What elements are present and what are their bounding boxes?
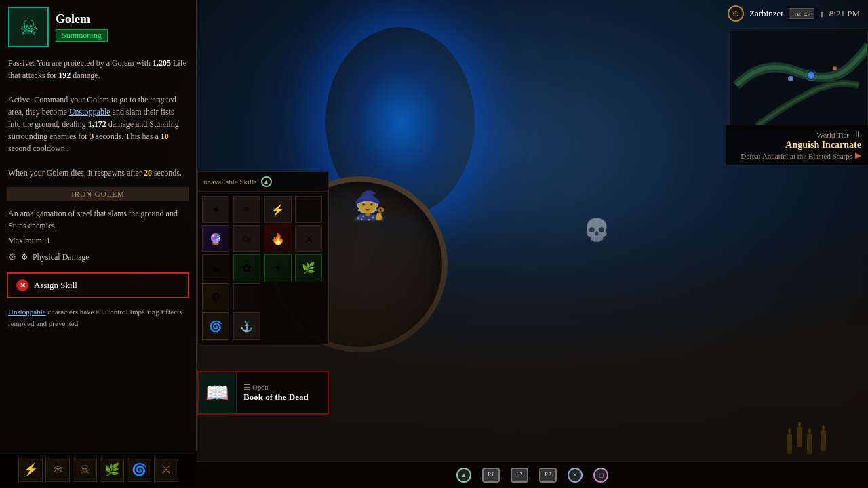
r1-shape: R1 (482, 468, 500, 483)
unavailable-skills-label: unavailable Skills (203, 178, 257, 186)
battery-icon: ▮ (820, 9, 824, 18)
passive-dmg-val: 192 (58, 70, 71, 80)
physical-damage-icon: ⚙ (21, 252, 28, 262)
quest-arrow-icon: ▶ (855, 150, 861, 161)
skill-cell-4[interactable] (295, 196, 322, 223)
open-label: ☰ Open (243, 383, 321, 392)
skill-cell-3[interactable]: ⚡ (264, 196, 292, 223)
skill-cell-11[interactable]: ✦ (264, 254, 292, 281)
open-icon-prefix: ☰ (243, 383, 250, 392)
world-tier-text: World Tier (816, 131, 849, 139)
skill-cell-13[interactable]: ⚙ (202, 283, 229, 310)
physical-damage-line: ⚙ Physical Damage (0, 247, 196, 267)
square-shape: ◻ (593, 468, 608, 483)
bottom-skill-5[interactable]: 🌀 (127, 458, 151, 482)
active-dmg-val: 1,172 (88, 119, 106, 129)
x-icon: ✕ (16, 279, 28, 291)
skill-cell-6[interactable]: ≋ (233, 225, 260, 252)
skill-title-area: Golem Summoning (56, 12, 188, 42)
max-label: Maximum: (8, 236, 46, 245)
skill-cell-15[interactable]: 🌀 (202, 312, 229, 340)
player-name: Zarbinzet (749, 8, 783, 19)
skill-cell-8[interactable]: ⚔ (295, 225, 322, 252)
bottom-skill-6[interactable]: ⚔ (154, 458, 178, 482)
skill-cell-12[interactable]: 🌿 (295, 254, 322, 281)
assign-skill-button[interactable]: ✕ Assign Skill (7, 272, 189, 298)
iron-golem-divider: IRON GOLEM (7, 187, 189, 201)
skill-icon (8, 7, 49, 47)
skill-active-description: Active: Command your Golem to go to the … (0, 89, 196, 159)
hud-top-right: ⊕ Zarbinzet Lv. 42 ▮ 8:21 PM (719, 0, 868, 27)
unavailable-skills-panel: unavailable Skills ▲ ✦ ≈ ⚡ 🔮 ≋ 🔥 ⚔ ☯ ✿ ✦… (197, 171, 329, 344)
quest-title: Anguish Incarnate (733, 140, 861, 150)
triangle-shape: ▲ (456, 468, 471, 483)
bottom-skill-2[interactable]: ❄ (45, 458, 70, 482)
active-text-5: second cooldown . (8, 144, 69, 153)
book-of-dead-panel[interactable]: 📖 ☰ Open Book of the Dead (197, 371, 329, 415)
skill-name: Golem (56, 12, 188, 26)
world-tier-quest-panel: World Tier ⏸ Anguish Incarnate Defeat An… (726, 125, 868, 165)
skill-header: Golem Summoning (0, 0, 196, 53)
quest-subtitle: Defeat Andariel at the Blasted Scarps ▶ (733, 150, 861, 161)
svg-point-3 (788, 76, 793, 81)
cross-controller: ✕ (568, 468, 583, 483)
skill-cell-16[interactable]: ⚓ (233, 312, 260, 340)
minimap-content (730, 31, 867, 125)
respawn-text-1: When your Golem dies, it respawns after (8, 168, 144, 178)
cross-shape: ✕ (568, 468, 583, 483)
svg-point-4 (833, 66, 837, 70)
physical-damage-label: Physical Damage (33, 252, 90, 262)
skill-tag: Summoning (56, 29, 108, 42)
skills-grid: ✦ ≈ ⚡ 🔮 ≋ 🔥 ⚔ ☯ ✿ ✦ 🌿 ⚙ 🌀 ⚓ (198, 192, 328, 344)
r2-shape: R2 (539, 468, 557, 483)
l2-shape: L2 (511, 468, 528, 483)
skill-cell-7[interactable]: 🔥 (264, 225, 292, 252)
minimap-svg (730, 31, 867, 125)
r2-controller: R2 (539, 468, 557, 483)
skill-cell-1[interactable]: ✦ (202, 196, 229, 223)
book-icon-symbol: 📖 (205, 382, 229, 404)
skill-cell-10[interactable]: ✿ (233, 254, 260, 281)
assign-skill-label: Assign Skill (34, 280, 77, 291)
l2-controller: L2 (511, 468, 528, 483)
skill-cell-5[interactable]: 🔮 (202, 225, 229, 252)
bottom-skill-3[interactable]: ☠ (73, 458, 97, 482)
iron-golem-label: IRON GOLEM (71, 190, 125, 198)
skill-cell-14[interactable] (233, 283, 260, 310)
current-time: 8:21 PM (829, 8, 860, 19)
skill-cell-9[interactable]: ☯ (202, 254, 229, 281)
skill-cell-2[interactable]: ≈ (233, 196, 260, 223)
unstoppable-link: Unstoppable (8, 308, 46, 316)
r1-controller: R1 (482, 468, 500, 483)
controller-bar: ▲ R1 L2 R2 ✕ ◻ (197, 461, 868, 488)
triangle-controller: ▲ (456, 468, 471, 483)
active-cooldown-val: 10 (161, 131, 169, 141)
minimap (729, 30, 868, 125)
respawn-text-2: seconds. (152, 168, 182, 178)
compass-icon: ⊕ (728, 5, 744, 22)
max-val: 1 (46, 236, 50, 245)
world-tier-label: World Tier ⏸ (733, 129, 861, 140)
triangle-controller-icon: ▲ (261, 176, 272, 187)
passive-text-start: Passive: You are protected by a Golem wi… (8, 58, 153, 68)
passive-life-val: 1,205 (153, 58, 171, 68)
book-panel-text: ☰ Open Book of the Dead (237, 383, 328, 403)
unstoppable-note: Unstoppable characters have all Control … (0, 304, 196, 331)
book-panel-icon: 📖 (199, 372, 237, 413)
active-unstoppable-link: Unstoppable (69, 107, 111, 117)
bottom-skills-bar: ⚡ ❄ ☠ 🌿 🌀 ⚔ (0, 451, 197, 488)
passive-text-end: damage. (71, 70, 100, 80)
quest-objective-text: Defeat Andariel at the Blasted Scarps (741, 152, 852, 160)
pause-icon: ⏸ (853, 129, 861, 140)
skill-info-panel: Golem Summoning Passive: You are protect… (0, 0, 197, 488)
iron-golem-description: An amalgamation of steel that slams the … (0, 205, 196, 235)
skill-passive-description: Passive: You are protected by a Golem wi… (0, 53, 196, 85)
maximum-line: Maximum: 1 (0, 235, 196, 247)
bottom-skill-1[interactable]: ⚡ (18, 458, 43, 482)
square-controller: ◻ (593, 468, 608, 483)
respawn-time-val: 20 (144, 168, 152, 178)
skill-respawn-description: When your Golem dies, it respawns after … (0, 163, 196, 183)
book-name: Book of the Dead (243, 392, 321, 403)
bottom-skill-4[interactable]: 🌿 (100, 458, 124, 482)
level-badge: Lv. 42 (789, 8, 814, 19)
